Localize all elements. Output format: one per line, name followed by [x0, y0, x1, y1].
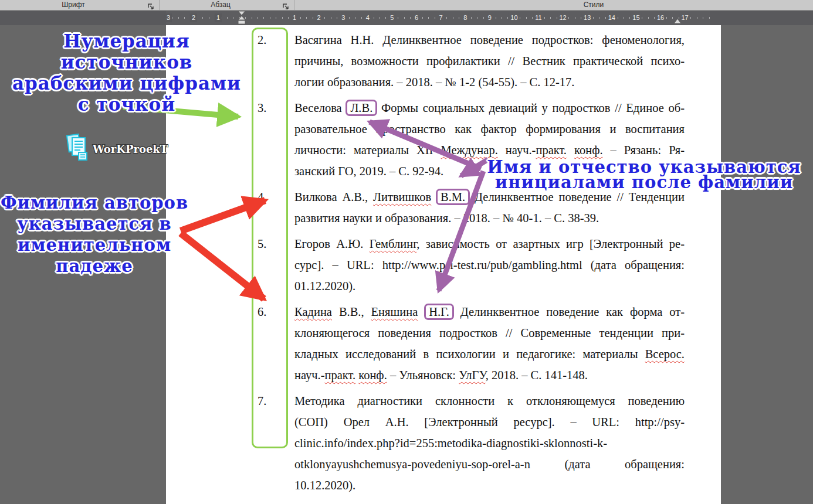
word-application-window: Шрифт Абзац Стили 3211234567891011121314… — [0, 0, 813, 504]
ruler-number: 12 — [557, 13, 568, 22]
ruler-number: 10 — [509, 13, 519, 22]
initials-highlight-box: Н.Г. — [424, 304, 454, 320]
bib-line: клоняющегося поведения подростков // Сов… — [294, 322, 685, 343]
text-segment: Делинквентное поведение // Тенденции — [469, 190, 685, 203]
text-segment: , 2018. – С. 141-148. — [486, 369, 588, 382]
text-segment: кладных исследований в психологии и педа… — [294, 348, 645, 360]
text-segment — [567, 144, 574, 156]
ruler-number: 11 — [533, 13, 543, 22]
ruler-number: 6 — [413, 13, 420, 22]
misspelled-word: Междунар. — [441, 144, 497, 156]
annotation-initials-note: Имя и отчество указываютсяинициалами пос… — [486, 159, 802, 190]
text-segment: Вилкова А.В., — [294, 190, 373, 203]
text-segment: В.В., — [332, 305, 371, 318]
bib-line: логии образования. – 2018. – № 1-2 (54-5… — [294, 71, 685, 93]
bibliography-list[interactable]: 2.Васягина Н.Н. Делинквентное поведение … — [252, 29, 685, 500]
misspelled-word: Гемблинг — [370, 237, 417, 250]
indent-marker[interactable] — [237, 11, 248, 25]
bib-line: Веселова Л.В. Формы социальных девиаций … — [294, 97, 685, 118]
bib-item[interactable]: 5.Егоров А.Ю. Гемблинг, зависимость от а… — [252, 233, 685, 297]
watermark-logo: WorKProekT — [66, 132, 168, 165]
text-segment: – Ульяновск: — [387, 369, 459, 382]
text-segment: Васягина Н.Н. Делинквентное поведение по… — [294, 33, 685, 46]
text-segment: разовательное пространство как фактор фо… — [294, 122, 685, 135]
dialog-launcher-icon[interactable] — [148, 2, 154, 8]
ruler-number: 7 — [438, 13, 445, 22]
text-segment: личности: материалы XII — [294, 144, 441, 156]
text-segment: науч.- — [294, 369, 325, 382]
text-segment: – Рязань: Ря- — [603, 144, 685, 156]
bib-item-text[interactable]: Егоров А.Ю. Гемблинг, зависимость от аза… — [294, 233, 685, 297]
misspelled-word: практ. — [325, 369, 356, 382]
dialog-launcher-icon[interactable] — [283, 2, 289, 8]
text-segment: Формы социальных девиаций у подростков /… — [377, 101, 685, 114]
ruler-number: 15 — [631, 13, 641, 22]
ribbon-bar: Шрифт Абзац Стили — [0, 0, 813, 11]
item-number: 2. — [252, 29, 294, 93]
ruler-number: 2 — [190, 13, 197, 22]
text-segment: причины, возможности профилактики // Вес… — [294, 55, 685, 67]
annotation-line: арабскими цифрами — [0, 73, 253, 94]
text-segment: Веселова — [294, 101, 346, 114]
bib-item[interactable]: 2.Васягина Н.Н. Делинквентное поведение … — [252, 29, 685, 93]
text-segment: логии образования. – 2018. – № 1-2 (54-5… — [294, 76, 574, 88]
bib-item-text[interactable]: Вилкова А.В., Литвишков В.М. Делинквентн… — [294, 186, 685, 229]
text-segment: науч.- — [498, 144, 536, 156]
annotation-surname-note: Фимилия авторовуказывается вименительном… — [0, 192, 189, 277]
ruler-number: 2 — [316, 13, 323, 22]
bib-line: Кадина В.В., Еняшина Н.Г. Делинквентное … — [294, 301, 685, 322]
misspelled-word: конф. — [358, 369, 387, 382]
misspelled-word: практ. — [536, 144, 567, 156]
ruler-number: 13 — [582, 13, 592, 22]
bib-line: науч.-практ. конф. – Ульяновск: УлГУ, 20… — [294, 365, 685, 386]
item-number: 6. — [252, 301, 294, 386]
item-number: 4. — [252, 186, 294, 229]
bib-line: причины, возможности профилактики // Вес… — [294, 50, 685, 71]
documents-stack-icon — [66, 132, 89, 165]
ribbon-divider — [159, 0, 160, 10]
bib-item-text[interactable]: Васягина Н.Н. Делинквентное поведение по… — [294, 29, 685, 93]
bib-line: otklonyayushchemusya-povedeniyu-sop-orel… — [294, 454, 685, 475]
bib-item[interactable]: 6.Кадина В.В., Еняшина Н.Г. Делинквентно… — [252, 301, 685, 386]
bib-item-text[interactable]: Кадина В.В., Еняшина Н.Г. Делинквентное … — [294, 301, 685, 386]
right-indent-marker[interactable] — [673, 18, 682, 24]
ruler-number: 4 — [364, 13, 371, 22]
text-segment: otklonyayushchemusya-povedeniyu-sop-orel… — [294, 458, 685, 471]
text-segment: (СОП) Орел А.Н. [Электронный ресурс]. – … — [294, 416, 685, 428]
text-segment: 10.12.2020). — [294, 479, 355, 492]
ribbon-group-font-label: Шрифт — [0, 0, 147, 10]
bib-line: 10.12.2020). — [294, 475, 685, 496]
bib-line: Васягина Н.Н. Делинквентное поведение по… — [294, 29, 685, 50]
bib-item[interactable]: 7.Методика диагностики склонности к откл… — [252, 390, 685, 496]
bib-line: clinic.info/index.php?id=255:metodika-di… — [294, 433, 685, 454]
item-number: 3. — [252, 97, 294, 182]
annotation-line: инициалами после фамилии — [486, 175, 802, 190]
annotation-line: с точкой — [0, 94, 253, 115]
annotation-line: Фимилия авторов — [0, 192, 189, 213]
bib-line: разовательное пространство как фактор фо… — [294, 118, 685, 139]
text-segment: , зависимость от азартных игр [Электронн… — [416, 237, 685, 250]
text-segment: сурс]. – URL: http://www.psi-test.ru/pub… — [294, 258, 685, 271]
initials-highlight-box: В.М. — [436, 189, 470, 205]
item-number: 7. — [252, 390, 294, 496]
annotation-line: указывается в — [0, 213, 189, 234]
bib-line: (СОП) Орел А.Н. [Электронный ресурс]. – … — [294, 411, 685, 433]
text-segment: Делинквентное поведение как форма от- — [453, 305, 685, 318]
ruler-number: 14 — [607, 13, 617, 22]
misspelled-word: Еняшина — [371, 305, 418, 318]
bib-line: Егоров А.Ю. Гемблинг, зависимость от аза… — [294, 233, 685, 254]
text-segment: clinic.info/index.php?id=255:metodika-di… — [294, 437, 607, 449]
text-segment: Егоров А.Ю. — [294, 237, 370, 250]
annotation-numbering-note: Нумерация источниковарабскими цифрамис т… — [0, 30, 253, 115]
bib-item[interactable]: 4.Вилкова А.В., Литвишков В.М. Делинквен… — [252, 186, 685, 229]
text-segment: развития науки и образования. – 2018. – … — [294, 212, 599, 224]
text-segment: занский ГО, 2019. – С. 92-94. — [294, 165, 443, 178]
logo-text: WorKProekT — [93, 143, 168, 155]
horizontal-ruler[interactable]: 3211234567891011121314151617 — [0, 11, 813, 25]
ruler-number: 9 — [486, 13, 493, 22]
misspelled-word: конф. — [574, 144, 603, 156]
misspelled-word: Всерос. — [645, 348, 685, 360]
misspelled-word: УлГУ — [459, 369, 485, 382]
ruler-number: 16 — [655, 13, 666, 22]
bib-item-text[interactable]: Методика диагностики склонности к отклон… — [294, 390, 685, 496]
